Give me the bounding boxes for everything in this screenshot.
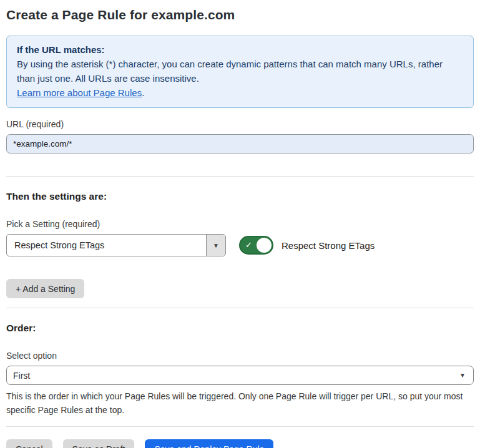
toggle-knob (257, 238, 272, 253)
chevron-down-icon: ▼ (213, 242, 219, 249)
toggle-label: Respect Strong ETags (282, 240, 375, 251)
info-box-heading: If the URL matches: (17, 42, 463, 57)
order-select-label: Select option (6, 351, 474, 361)
divider (6, 176, 474, 177)
page-title: Create a Page Rule for example.com (6, 7, 474, 22)
url-match-info-box: If the URL matches: By using the asteris… (6, 36, 474, 108)
divider (6, 426, 474, 427)
check-icon: ✓ (245, 240, 252, 250)
setting-dropdown-value: Respect Strong ETags (7, 235, 206, 256)
form-actions: Cancel Save as Draft Save and Deploy Pag… (6, 439, 474, 448)
info-box-link-line: Learn more about Page Rules. (17, 85, 463, 100)
save-draft-button[interactable]: Save as Draft (63, 439, 135, 448)
setting-dropdown-button[interactable]: ▼ (206, 235, 225, 256)
link-period: . (142, 87, 144, 98)
url-label: URL (required) (6, 119, 474, 129)
pick-setting-label: Pick a Setting (required) (6, 219, 474, 229)
etags-toggle[interactable]: ✓ (239, 236, 273, 255)
add-setting-button[interactable]: + Add a Setting (6, 279, 84, 298)
url-input[interactable] (6, 134, 474, 153)
order-dropdown[interactable]: First ▼ (6, 366, 474, 385)
save-deploy-button[interactable]: Save and Deploy Page Rule (145, 439, 273, 448)
learn-more-link[interactable]: Learn more about Page Rules (17, 87, 142, 98)
order-description: This is the order in which your Page Rul… (6, 389, 474, 417)
settings-heading: Then the settings are: (6, 191, 474, 202)
order-heading: Order: (6, 323, 474, 334)
cancel-button[interactable]: Cancel (6, 439, 52, 448)
info-box-body: By using the asterisk (*) character, you… (17, 57, 463, 85)
order-dropdown-value: First (13, 371, 30, 381)
setting-dropdown[interactable]: Respect Strong ETags ▼ (6, 234, 226, 256)
create-page-rule-form: Create a Page Rule for example.com If th… (0, 0, 480, 448)
divider (6, 308, 474, 308)
setting-row: Respect Strong ETags ▼ ✓ Respect Strong … (6, 234, 474, 256)
chevron-down-icon: ▼ (459, 372, 466, 379)
